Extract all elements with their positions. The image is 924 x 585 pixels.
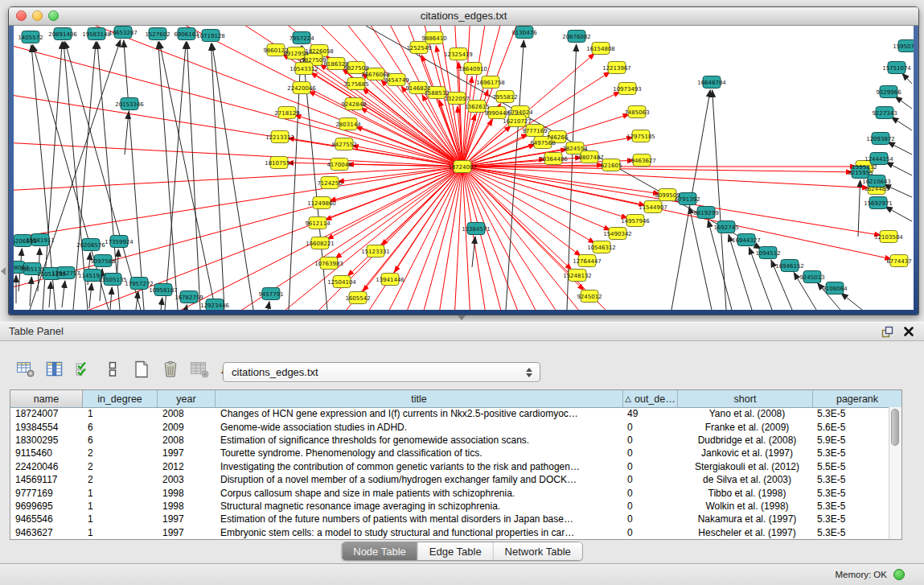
red-edge[interactable] [462, 167, 866, 310]
memory-ok-indicator[interactable] [893, 569, 905, 580]
graph-node-label: 10973493 [613, 86, 642, 93]
column-header-pagerank[interactable]: pagerank [813, 390, 901, 407]
graph-node-label: 1692745 [713, 225, 738, 231]
network-view-window[interactable]: citations_edges.txt [8, 6, 919, 315]
table-cell: 1 [83, 408, 158, 419]
close-window-button[interactable] [16, 10, 27, 21]
splitter-handle[interactable] [458, 315, 466, 320]
black-edge[interactable] [125, 112, 129, 154]
red-edge[interactable] [14, 26, 462, 167]
column-header-name[interactable]: name [10, 390, 83, 407]
black-edge[interactable] [472, 237, 475, 267]
black-edge[interactable] [708, 220, 732, 310]
graph-node-label: 9457791 [258, 291, 283, 298]
red-edge[interactable] [14, 26, 462, 167]
red-edge[interactable] [14, 26, 462, 167]
table-scrollbar[interactable] [889, 407, 901, 539]
network-view-frame: 1872400712325419186409101696175879558121… [9, 26, 918, 315]
graph-node-label: 10543312 [290, 66, 318, 72]
black-edge[interactable] [902, 73, 912, 84]
table-cell: 9465546 [10, 513, 83, 525]
red-edge[interactable] [14, 26, 462, 167]
black-edge[interactable] [886, 163, 912, 175]
black-edge[interactable] [895, 97, 912, 109]
black-edge[interactable] [885, 207, 912, 221]
table-row[interactable]: 911546021997Tourette syndrome. Phenomeno… [10, 447, 889, 459]
table-row[interactable]: 969969511998Structural magnetic resonanc… [10, 500, 889, 513]
new-document-button[interactable] [130, 359, 152, 380]
zoom-window-button[interactable] [48, 10, 59, 21]
red-edge[interactable] [14, 26, 462, 167]
show-columns-button[interactable] [43, 359, 65, 380]
red-edge[interactable] [462, 167, 891, 259]
minimize-window-button[interactable] [32, 10, 43, 21]
table-row[interactable]: 977716911998Corpus callosum shape and si… [10, 486, 889, 499]
table-row[interactable]: 2242004622012Investigating the contribut… [10, 460, 889, 473]
table-settings-button[interactable] [14, 359, 36, 380]
black-edge[interactable] [268, 302, 269, 310]
black-edge[interactable] [62, 281, 65, 307]
black-edge[interactable] [161, 298, 162, 310]
red-edge[interactable] [462, 167, 610, 230]
graph-node-label: 15248132 [563, 273, 592, 279]
red-edge[interactable] [462, 26, 866, 167]
table-row[interactable]: 946362711997Embryonic stem cells: a mode… [10, 526, 889, 539]
red-edge[interactable] [14, 26, 462, 167]
black-edge[interactable] [211, 43, 224, 310]
red-edge[interactable] [462, 167, 581, 256]
float-panel-icon[interactable] [881, 326, 893, 338]
black-edge[interactable] [891, 117, 912, 130]
red-edge[interactable] [14, 26, 462, 167]
table-cell: Estimation of significance thresholds fo… [216, 435, 622, 446]
graph-node-label: 7485063 [624, 109, 649, 116]
table-body: 1872400712008Changes of HCN gene express… [10, 407, 889, 539]
red-edge[interactable] [381, 167, 462, 245]
black-edge[interactable] [212, 43, 253, 310]
column-header-title[interactable]: title [216, 390, 623, 407]
table-row[interactable]: 1456911722003Disruption of a novel membe… [10, 473, 889, 486]
red-edge[interactable] [14, 26, 462, 167]
black-edge[interactable] [713, 90, 726, 310]
table-row[interactable]: 1938455462009Genome-wide association stu… [10, 420, 889, 433]
black-edge[interactable] [89, 283, 92, 308]
select-rows-button[interactable] [72, 359, 94, 380]
table-tabs: Node Table Edge Table Network Table [341, 542, 583, 561]
graph-node-label: 9097588 [90, 258, 115, 265]
black-edge[interactable] [49, 282, 51, 307]
column-header-short[interactable]: short [678, 390, 813, 407]
column-header-out_de[interactable]: △out_de… [623, 390, 678, 407]
tab-network-table[interactable]: Network Table [494, 542, 582, 560]
black-edge[interactable] [30, 277, 31, 306]
red-edge[interactable] [462, 167, 659, 194]
table-row[interactable]: 946554611997Estimation of the future num… [10, 513, 889, 525]
scrollbar-thumb[interactable] [891, 409, 899, 446]
collapse-left-panel-arrow[interactable] [1, 267, 6, 275]
black-edge[interactable] [858, 180, 860, 237]
red-edge[interactable] [14, 26, 462, 167]
table-selector-dropdown[interactable]: citations_edges.txt [223, 362, 540, 382]
table-cell: 9115460 [10, 447, 83, 459]
red-edge[interactable] [462, 167, 754, 310]
graph-node-label: 6794024 [507, 109, 533, 116]
table-panel-titlebar[interactable]: Table Panel [0, 322, 924, 341]
black-edge[interactable] [110, 287, 112, 310]
red-edge[interactable] [462, 114, 475, 167]
column-header-year[interactable]: year [158, 390, 216, 407]
network-canvas[interactable]: 1872400712325419186409101696175879558121… [14, 26, 914, 310]
window-titlebar[interactable]: citations_edges.txt [9, 7, 918, 26]
memory-status-label: Memory: OK [835, 570, 887, 579]
column-header-in_degree[interactable]: in_degree [83, 390, 158, 407]
red-edge[interactable] [330, 167, 462, 201]
split-view-button[interactable] [101, 359, 123, 380]
table-row[interactable]: 1872400712008Changes of HCN gene express… [10, 407, 889, 420]
tab-node-table[interactable]: Node Table [342, 542, 418, 560]
black-edge[interactable] [841, 293, 862, 310]
tab-edge-table[interactable]: Edge Table [418, 542, 494, 560]
red-edge[interactable] [14, 26, 462, 167]
graph-node-label: 1527602 [145, 31, 170, 38]
black-edge[interactable] [888, 142, 912, 154]
delete-button[interactable] [159, 359, 181, 380]
graph-node-label: 16782759 [175, 295, 203, 301]
close-panel-icon[interactable] [903, 326, 914, 337]
table-row[interactable]: 1830029562008Estimation of significance … [10, 434, 889, 447]
